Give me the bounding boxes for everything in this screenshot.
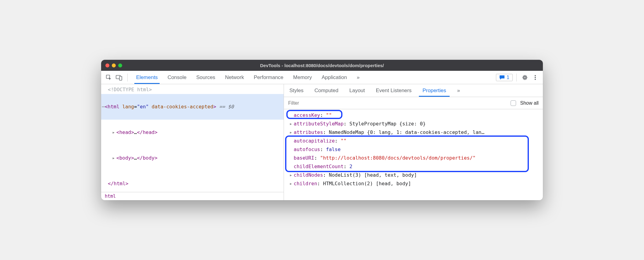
tab-application[interactable]: Application bbox=[317, 71, 352, 84]
property-key: accessKey bbox=[294, 112, 320, 118]
property-key: autocapitalize bbox=[294, 138, 335, 144]
property-row[interactable]: autofocus: false bbox=[287, 145, 540, 154]
chevron-right-icon[interactable]: ▸ bbox=[112, 128, 116, 137]
property-key: childElementCount bbox=[294, 164, 344, 169]
issues-count: 1 bbox=[507, 75, 509, 80]
property-key: childNodes bbox=[294, 172, 323, 178]
dom-doctype[interactable]: <!DOCTYPE html> bbox=[101, 85, 284, 94]
chevron-right-icon bbox=[289, 162, 294, 171]
chevron-right-icon bbox=[289, 154, 294, 162]
inspect-icon[interactable] bbox=[104, 73, 113, 82]
tab-sources[interactable]: Sources bbox=[191, 71, 220, 84]
content-area: <!DOCTYPE html> ⋯<html lang="en" data-co… bbox=[101, 84, 543, 200]
tab-styles[interactable]: Styles bbox=[284, 84, 309, 97]
tab-properties[interactable]: Properties bbox=[417, 84, 451, 97]
property-value: "" bbox=[326, 112, 332, 118]
property-value: "http://localhost:8080/docs/devtools/dom… bbox=[320, 155, 476, 161]
svg-point-5 bbox=[535, 79, 536, 80]
main-toolbar: Elements Console Sources Network Perform… bbox=[101, 71, 543, 84]
chevron-right-icon bbox=[289, 111, 294, 120]
property-value: NodeList(3) [head, text, body] bbox=[329, 172, 417, 178]
breadcrumb[interactable]: html bbox=[101, 192, 284, 200]
tab-console[interactable]: Console bbox=[163, 71, 191, 84]
tab-event-listeners[interactable]: Event Listeners bbox=[370, 84, 417, 97]
tab-network[interactable]: Network bbox=[220, 71, 249, 84]
property-value: false bbox=[326, 146, 341, 152]
filter-row: Show all bbox=[284, 97, 543, 109]
property-row[interactable]: ▸childNodes: NodeList(3) [head, text, bo… bbox=[287, 171, 540, 179]
svg-rect-2 bbox=[119, 76, 122, 80]
sidebar-pane: Styles Computed Layout Event Listeners P… bbox=[284, 84, 543, 200]
main-tabs: Elements Console Sources Network Perform… bbox=[131, 71, 364, 84]
more-sidebar-tabs-icon[interactable]: » bbox=[451, 84, 465, 97]
devtools-window: DevTools - localhost:8080/docs/devtools/… bbox=[101, 60, 543, 200]
property-key: autofocus bbox=[294, 146, 320, 152]
dom-body-element[interactable]: ▸<body>…</body> bbox=[101, 145, 284, 171]
showall-label: Show all bbox=[520, 100, 539, 106]
property-row[interactable]: childElementCount: 2 bbox=[287, 162, 540, 171]
properties-panel[interactable]: accessKey: ""▸attributeStyleMap: StylePr… bbox=[284, 109, 543, 200]
window-controls bbox=[105, 63, 122, 67]
property-value: "" bbox=[341, 138, 346, 144]
chevron-right-icon[interactable]: ▸ bbox=[289, 120, 294, 128]
tab-computed[interactable]: Computed bbox=[309, 84, 344, 97]
svg-point-3 bbox=[535, 75, 536, 76]
more-tabs-icon[interactable]: » bbox=[352, 71, 364, 84]
close-icon[interactable] bbox=[105, 63, 109, 67]
property-row[interactable]: ▸children: HTMLCollection(2) [head, body… bbox=[287, 179, 540, 188]
dom-head-element[interactable]: ▸<head>…</head> bbox=[101, 120, 284, 145]
fullscreen-icon[interactable] bbox=[118, 63, 122, 67]
tab-elements[interactable]: Elements bbox=[131, 71, 163, 84]
sidebar-tabs: Styles Computed Layout Event Listeners P… bbox=[284, 84, 543, 97]
dom-html-close[interactable]: </html> bbox=[101, 171, 284, 192]
issues-button[interactable]: 1 bbox=[496, 74, 513, 81]
chevron-right-icon[interactable]: ▸ bbox=[112, 154, 116, 162]
toolbar-right: 1 bbox=[496, 73, 540, 82]
property-row[interactable]: ▸attributes: NamedNodeMap {0: lang, 1: d… bbox=[287, 128, 540, 137]
ellipsis-icon: ⋯ bbox=[102, 104, 105, 110]
property-value: HTMLCollection(2) [head, body] bbox=[323, 181, 411, 186]
gear-icon[interactable] bbox=[520, 73, 529, 82]
property-value: NamedNodeMap {0: lang, 1: data-cookies-a… bbox=[329, 129, 485, 135]
svg-point-4 bbox=[535, 77, 536, 78]
property-row[interactable]: accessKey: "" bbox=[287, 111, 540, 120]
titlebar: DevTools - localhost:8080/docs/devtools/… bbox=[101, 60, 543, 71]
dom-tree[interactable]: <!DOCTYPE html> ⋯<html lang="en" data-co… bbox=[101, 84, 284, 192]
property-row[interactable]: autocapitalize: "" bbox=[287, 137, 540, 145]
chevron-right-icon[interactable]: ▸ bbox=[289, 128, 294, 137]
property-row[interactable]: baseURI: "http://localhost:8080/docs/dev… bbox=[287, 154, 540, 162]
device-toggle-icon[interactable] bbox=[115, 73, 124, 82]
window-title: DevTools - localhost:8080/docs/devtools/… bbox=[101, 63, 543, 68]
property-key: baseURI bbox=[294, 155, 314, 161]
separator bbox=[127, 74, 128, 81]
kebab-icon[interactable] bbox=[531, 73, 540, 82]
elements-pane: <!DOCTYPE html> ⋯<html lang="en" data-co… bbox=[101, 84, 284, 200]
property-row[interactable]: ▸attributeStyleMap: StylePropertyMap {si… bbox=[287, 120, 540, 128]
issues-icon bbox=[499, 75, 505, 80]
property-key: attributes bbox=[294, 129, 323, 135]
property-value: 2 bbox=[349, 164, 352, 169]
chevron-right-icon bbox=[289, 137, 294, 145]
chevron-right-icon bbox=[289, 145, 294, 154]
property-value: StylePropertyMap {size: 0} bbox=[349, 121, 426, 127]
tab-performance[interactable]: Performance bbox=[249, 71, 288, 84]
dom-html-element[interactable]: ⋯<html lang="en" data-cookies-accepted> … bbox=[101, 94, 284, 120]
tab-memory[interactable]: Memory bbox=[288, 71, 317, 84]
property-key: attributeStyleMap bbox=[294, 121, 344, 127]
chevron-right-icon[interactable]: ▸ bbox=[289, 171, 294, 179]
minimize-icon[interactable] bbox=[112, 63, 116, 67]
chevron-right-icon[interactable]: ▸ bbox=[289, 179, 294, 188]
property-key: children bbox=[294, 181, 317, 186]
separator bbox=[516, 74, 517, 81]
showall-checkbox[interactable] bbox=[511, 100, 516, 106]
tab-layout[interactable]: Layout bbox=[344, 84, 370, 97]
filter-input[interactable] bbox=[288, 100, 506, 106]
